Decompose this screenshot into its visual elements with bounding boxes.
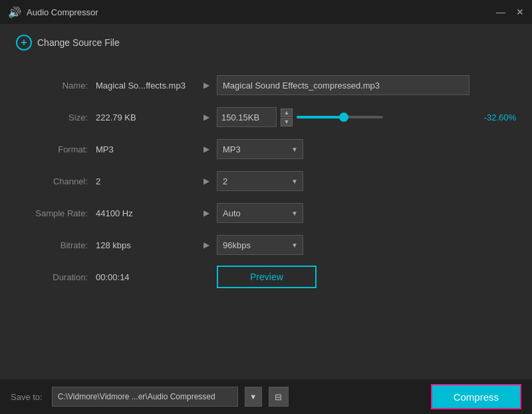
form-area: Name: Magical So...ffects.mp3 ▶ Size: 22… xyxy=(16,69,516,369)
size-label: Size: xyxy=(16,112,96,122)
save-folder-button[interactable]: ⊟ xyxy=(269,387,289,407)
channel-arrow: ▶ xyxy=(196,176,217,186)
name-source-value: Magical So...ffects.mp3 xyxy=(96,81,196,91)
size-spinner: ▲ ▼ xyxy=(281,108,293,126)
size-row: Size: 222.79 KB ▶ ▲ ▼ -32.60% xyxy=(16,101,516,133)
change-source-button[interactable]: + Change Source File xyxy=(16,35,516,51)
arrow-right-icon: ▶ xyxy=(203,81,209,90)
samplerate-select-wrap: Auto 8000 22050 44100 48000 xyxy=(217,203,303,223)
name-label: Name: xyxy=(16,81,96,91)
size-input-wrap: ▲ ▼ -32.60% xyxy=(217,107,516,127)
format-label: Format: xyxy=(16,144,96,154)
size-output-input[interactable] xyxy=(217,107,277,127)
spinner-up-button[interactable]: ▲ xyxy=(281,108,293,117)
titlebar: 🔊 Audio Compressor — ✕ xyxy=(0,0,532,24)
format-select-wrap: MP3 AAC WAV FLAC OGG xyxy=(217,139,303,159)
bitrate-label: Bitrate: xyxy=(16,240,96,250)
format-input-col: MP3 AAC WAV FLAC OGG xyxy=(217,139,516,159)
format-row: Format: MP3 ▶ MP3 AAC WAV FLAC OGG xyxy=(16,133,516,165)
bitrate-input-col: 96kbps 128kbps 192kbps 256kbps 320kbps xyxy=(217,235,516,255)
channel-label: Channel: xyxy=(16,176,96,186)
name-row: Name: Magical So...ffects.mp3 ▶ xyxy=(16,69,516,101)
compress-button[interactable]: Compress xyxy=(431,384,521,409)
minimize-button[interactable]: — xyxy=(496,7,505,17)
duration-value: 00:00:14 xyxy=(96,272,196,282)
preview-button[interactable]: Preview xyxy=(217,266,317,288)
samplerate-arrow: ▶ xyxy=(196,208,217,218)
channel-select-wrap: 1 2 Auto xyxy=(217,171,303,191)
arrow-right-icon: ▶ xyxy=(203,176,209,186)
save-path-input[interactable] xyxy=(52,387,238,407)
spinner-down-button[interactable]: ▼ xyxy=(281,118,293,126)
save-to-label: Save to: xyxy=(11,392,43,402)
app-title: Audio Compressor xyxy=(27,7,98,17)
bitrate-select[interactable]: 96kbps 128kbps 192kbps 256kbps 320kbps xyxy=(217,235,303,255)
bitrate-source-value: 128 kbps xyxy=(96,240,196,250)
duration-row: Duration: 00:00:14 Preview xyxy=(16,261,516,293)
name-arrow: ▶ xyxy=(196,81,217,90)
samplerate-select[interactable]: Auto 8000 22050 44100 48000 xyxy=(217,203,303,223)
duration-input-col: Preview xyxy=(217,266,516,288)
name-input-col xyxy=(217,75,516,95)
channel-input-col: 1 2 Auto xyxy=(217,171,516,191)
size-slider-wrap xyxy=(297,116,475,118)
bitrate-select-wrap: 96kbps 128kbps 192kbps 256kbps 320kbps xyxy=(217,235,303,255)
titlebar-controls: — ✕ xyxy=(496,7,524,17)
name-output-input[interactable] xyxy=(217,75,469,95)
format-source-value: MP3 xyxy=(96,144,196,154)
size-arrow: ▶ xyxy=(196,112,217,122)
main-content: + Change Source File Name: Magical So...… xyxy=(0,24,532,379)
bitrate-arrow: ▶ xyxy=(196,240,217,250)
size-source-value: 222.79 KB xyxy=(96,112,196,122)
format-select[interactable]: MP3 AAC WAV FLAC OGG xyxy=(217,139,303,159)
channel-row: Channel: 2 ▶ 1 2 Auto xyxy=(16,165,516,197)
samplerate-source-value: 44100 Hz xyxy=(96,208,196,218)
change-source-label: Change Source File xyxy=(37,37,120,48)
samplerate-label: Sample Rate: xyxy=(16,208,96,218)
titlebar-left: 🔊 Audio Compressor xyxy=(8,6,98,19)
format-arrow: ▶ xyxy=(196,144,217,154)
channel-source-value: 2 xyxy=(96,176,196,186)
duration-label: Duration: xyxy=(16,272,96,282)
samplerate-row: Sample Rate: 44100 Hz ▶ Auto 8000 22050 … xyxy=(16,197,516,229)
arrow-right-icon: ▶ xyxy=(203,240,209,250)
bitrate-row: Bitrate: 128 kbps ▶ 96kbps 128kbps 192kb… xyxy=(16,229,516,261)
bottom-bar: Save to: ▼ ⊟ Compress xyxy=(0,379,532,414)
arrow-right-icon: ▶ xyxy=(203,112,209,122)
size-input-col: ▲ ▼ -32.60% xyxy=(217,107,516,127)
app-icon: 🔊 xyxy=(8,6,21,19)
arrow-right-icon: ▶ xyxy=(203,208,209,218)
save-path-dropdown-button[interactable]: ▼ xyxy=(245,387,262,407)
size-slider[interactable] xyxy=(297,116,383,118)
close-button[interactable]: ✕ xyxy=(516,7,524,17)
channel-select[interactable]: 1 2 Auto xyxy=(217,171,303,191)
arrow-right-icon: ▶ xyxy=(203,144,209,154)
add-icon: + xyxy=(16,35,32,51)
size-percent-label: -32.60% xyxy=(484,112,516,122)
samplerate-input-col: Auto 8000 22050 44100 48000 xyxy=(217,203,516,223)
